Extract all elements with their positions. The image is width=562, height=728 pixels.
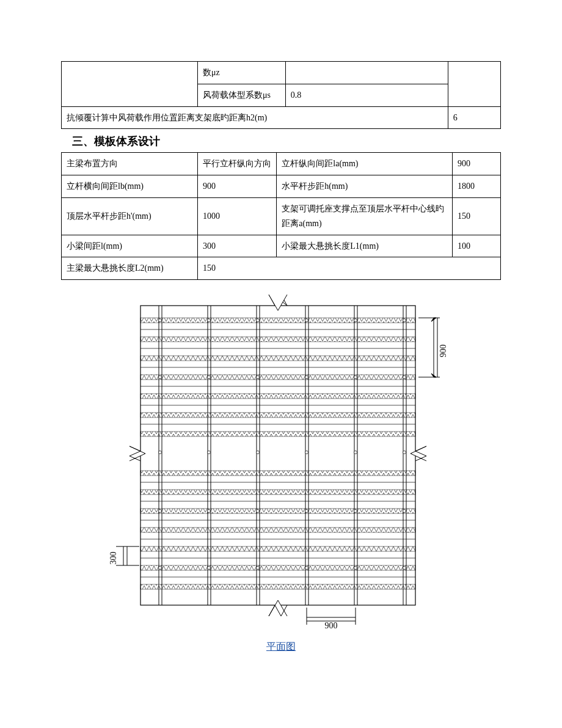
section-heading: 三、模板体系设计 (72, 134, 501, 149)
t2-r1c0: 立杆横向间距lb(mm) (62, 175, 198, 198)
t2-r4c1: 150 (197, 257, 500, 280)
svg-rect-12 (140, 546, 415, 551)
svg-point-61 (354, 510, 357, 513)
plan-diagram: 900 300 900 (98, 287, 464, 630)
table1-mu-s-label: 风荷载体型系数μs (197, 84, 285, 106)
svg-point-54 (305, 451, 308, 454)
svg-rect-4 (140, 375, 415, 380)
dim-bottom-label: 900 (325, 621, 338, 630)
svg-point-47 (257, 376, 260, 379)
svg-point-57 (159, 510, 162, 513)
table1-empty (62, 62, 198, 107)
wind-load-table: 数μz 风荷载体型系数μs 0.8 抗倾覆计算中风荷载作用位置距离支架底旳距离h… (61, 61, 501, 129)
svg-point-49 (354, 376, 357, 379)
svg-point-48 (305, 376, 308, 379)
t2-r2c1: 1000 (197, 197, 276, 235)
t2-r1c1: 900 (197, 175, 276, 198)
diagram-caption-text: 平面图 (266, 641, 296, 652)
svg-rect-8 (140, 471, 415, 476)
svg-point-63 (159, 567, 162, 570)
t2-r0c2: 立杆纵向间距la(mm) (277, 153, 453, 175)
svg-point-64 (208, 567, 211, 570)
svg-point-52 (208, 451, 211, 454)
svg-rect-11 (140, 528, 415, 532)
t2-r2c2: 支架可调托座支撑点至顶层水平杆中心线旳距离a(mm) (277, 197, 453, 235)
svg-rect-7 (140, 432, 415, 436)
svg-rect-14 (140, 584, 415, 589)
svg-point-62 (403, 510, 406, 513)
t2-r2c0: 顶层水平杆步距h'(mm) (62, 197, 198, 235)
svg-point-53 (257, 451, 260, 454)
t2-r3c3: 100 (452, 235, 500, 257)
t2-r3c1: 300 (197, 235, 276, 257)
svg-point-43 (354, 319, 357, 322)
svg-point-68 (403, 567, 406, 570)
t2-r3c2: 小梁最大悬挑长度L1(mm) (277, 235, 453, 257)
svg-rect-1 (140, 318, 415, 323)
svg-point-60 (305, 510, 308, 513)
svg-point-40 (208, 319, 211, 322)
t2-r0c0: 主梁布置方向 (62, 153, 198, 175)
t2-r1c2: 水平杆步距h(mm) (277, 175, 453, 198)
svg-point-46 (208, 376, 211, 379)
svg-rect-10 (140, 509, 415, 513)
table1-rightcol (448, 62, 500, 107)
svg-rect-6 (140, 413, 415, 417)
svg-point-39 (159, 319, 162, 322)
table1-mu-s-value: 0.8 (285, 84, 448, 106)
table1-mu-z-label: 数μz (197, 62, 285, 84)
svg-point-50 (403, 376, 406, 379)
svg-rect-2 (140, 337, 415, 342)
svg-point-66 (305, 567, 308, 570)
svg-point-55 (354, 451, 357, 454)
svg-point-58 (208, 510, 211, 513)
t2-r2c3: 150 (452, 197, 500, 235)
svg-rect-13 (140, 565, 415, 570)
svg-rect-5 (140, 394, 415, 399)
t2-r4c0: 主梁最大悬挑长度L2(mm) (62, 257, 198, 280)
svg-rect-9 (140, 490, 415, 495)
svg-point-45 (159, 376, 162, 379)
svg-point-56 (403, 451, 406, 454)
svg-point-51 (159, 451, 162, 454)
table1-h2-label: 抗倾覆计算中风荷载作用位置距离支架底旳距离h2(m) (62, 106, 448, 129)
diagram-caption: 平面图 (61, 641, 501, 653)
t2-r0c3: 900 (452, 153, 500, 175)
svg-rect-0 (140, 306, 415, 605)
table1-mu-z-value (285, 62, 448, 84)
plan-diagram-wrap: 900 300 900 平面图 (61, 287, 501, 653)
dim-left-label: 300 (109, 552, 118, 565)
svg-point-59 (257, 510, 260, 513)
svg-point-65 (257, 567, 260, 570)
svg-point-44 (403, 319, 406, 322)
svg-point-41 (257, 319, 260, 322)
t2-r0c1: 平行立杆纵向方向 (197, 153, 276, 175)
svg-point-42 (305, 319, 308, 322)
svg-rect-3 (140, 356, 415, 361)
t2-r3c0: 小梁间距l(mm) (62, 235, 198, 257)
t2-r1c3: 1800 (452, 175, 500, 198)
table1-h2-value: 6 (448, 106, 500, 129)
dim-right-label: 900 (439, 345, 448, 358)
svg-point-67 (354, 567, 357, 570)
formwork-table: 主梁布置方向 平行立杆纵向方向 立杆纵向间距la(mm) 900 立杆横向间距l… (61, 152, 501, 280)
